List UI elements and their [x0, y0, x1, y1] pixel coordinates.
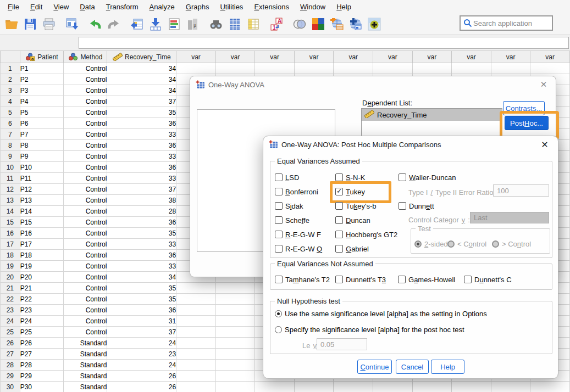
find-icon[interactable] — [208, 15, 224, 33]
empty-cell[interactable] — [294, 63, 334, 74]
cell-editor-input[interactable] — [79, 37, 569, 49]
empty-cell[interactable] — [176, 283, 216, 294]
radio-selected[interactable] — [414, 240, 422, 248]
cell[interactable]: 36 — [107, 140, 176, 151]
cell[interactable]: 36 — [107, 305, 176, 316]
checkbox-tamhane-s-t2[interactable]: Tamhane's T2 — [275, 275, 330, 284]
row-number[interactable]: 17 — [1, 239, 20, 250]
menu-item-help[interactable]: Help — [331, 2, 357, 12]
empty-cell[interactable] — [176, 382, 216, 392]
radio--control[interactable]: < Control — [447, 240, 486, 248]
empty-cell[interactable] — [176, 305, 216, 316]
empty-cell[interactable] — [491, 63, 530, 74]
cell[interactable]: 26 — [107, 371, 176, 382]
cell[interactable]: 36 — [107, 217, 176, 228]
cell[interactable]: Control — [64, 250, 107, 261]
column-header-var[interactable]: var — [412, 51, 452, 63]
cell[interactable]: P9 — [20, 151, 64, 162]
column-header-recovery_time[interactable]: Recovery_Time — [107, 51, 176, 63]
column-header-var[interactable]: var — [176, 51, 216, 63]
row-number[interactable]: 8 — [1, 140, 20, 151]
empty-cell[interactable] — [215, 327, 255, 338]
cell[interactable]: 33 — [107, 239, 176, 250]
checkbox-tukey[interactable]: Tukey — [335, 187, 365, 197]
show-all-variables-icon[interactable] — [310, 15, 326, 33]
level-input[interactable]: 0.05 — [317, 338, 367, 350]
row-number[interactable]: 26 — [1, 338, 20, 349]
menu-item-transform[interactable]: Transform — [101, 2, 144, 12]
weight-cases-icon[interactable] — [245, 15, 262, 33]
cell[interactable]: P12 — [20, 184, 64, 195]
row-number[interactable]: 25 — [1, 327, 20, 338]
column-header-var[interactable]: var — [255, 51, 295, 63]
cell[interactable]: 36 — [107, 118, 176, 129]
empty-cell[interactable] — [176, 349, 216, 360]
cell[interactable]: Control — [64, 272, 107, 283]
row-number[interactable]: 6 — [1, 118, 20, 129]
cell[interactable]: 26 — [107, 382, 176, 392]
empty-cell[interactable] — [215, 349, 255, 360]
row-number[interactable]: 20 — [1, 272, 20, 283]
checkbox-scheffe[interactable]: Scheffe — [275, 215, 309, 225]
use-same-alpha-radio[interactable]: Use the same significance level [alpha] … — [275, 310, 487, 318]
cancel-button[interactable]: Cancel — [396, 360, 429, 374]
cell[interactable]: P22 — [20, 294, 64, 305]
checkbox-unchecked[interactable] — [335, 276, 343, 283]
cell[interactable]: 33 — [107, 129, 176, 140]
cell[interactable]: 33 — [107, 261, 176, 272]
row-number[interactable]: 29 — [1, 371, 20, 382]
column-header-var[interactable]: var — [491, 51, 530, 63]
cell[interactable]: Control — [64, 217, 107, 228]
row-number[interactable]: 19 — [1, 261, 20, 272]
row-number[interactable]: 21 — [1, 283, 20, 294]
checkbox-checked[interactable] — [335, 188, 343, 195]
checkbox-unchecked[interactable] — [275, 202, 283, 210]
column-header-var[interactable]: var — [452, 51, 491, 63]
row-number[interactable]: 7 — [1, 129, 20, 140]
cell[interactable]: Control — [64, 261, 107, 272]
checkbox-unchecked[interactable] — [464, 276, 472, 283]
menu-item-file[interactable]: File — [2, 2, 25, 12]
checkbox-duncan[interactable]: Duncan — [335, 215, 370, 225]
empty-cell[interactable] — [176, 338, 216, 349]
cell[interactable]: 34 — [107, 74, 176, 85]
cell[interactable]: 37 — [107, 96, 176, 107]
cell[interactable]: Control — [64, 305, 107, 316]
cell[interactable]: Control — [64, 107, 107, 118]
value-labels-icon[interactable]: A1 — [268, 15, 285, 33]
column-header-var[interactable]: var — [334, 51, 373, 63]
cell[interactable]: P26 — [20, 338, 64, 349]
column-header-var[interactable]: var — [530, 51, 570, 63]
contrasts-button[interactable]: Contrasts... — [503, 101, 545, 115]
row-number[interactable]: 16 — [1, 228, 20, 239]
cell[interactable]: Control — [64, 195, 107, 206]
save-icon[interactable] — [22, 15, 38, 33]
row-number[interactable]: 22 — [1, 294, 20, 305]
variables-icon[interactable] — [166, 15, 182, 33]
cell[interactable]: P1 — [20, 63, 64, 74]
cell[interactable]: 24 — [107, 360, 176, 371]
cell[interactable]: P18 — [20, 250, 64, 261]
empty-cell[interactable] — [215, 371, 255, 382]
cell[interactable]: Control — [64, 316, 107, 327]
cell[interactable]: P7 — [20, 129, 64, 140]
close-icon[interactable]: ✕ — [538, 80, 549, 89]
empty-cell[interactable] — [491, 382, 530, 392]
cell[interactable]: 35 — [107, 228, 176, 239]
checkbox-dunnett[interactable]: Dunnett — [399, 201, 434, 211]
menu-item-analyze[interactable]: Analyze — [144, 2, 180, 12]
empty-cell[interactable] — [215, 294, 255, 305]
cell[interactable]: P29 — [20, 371, 64, 382]
checkbox-tukey-s-b[interactable]: Tukey's-b — [335, 201, 376, 211]
checkbox-unchecked[interactable] — [399, 202, 406, 210]
help-button[interactable]: Help — [431, 360, 464, 374]
cell[interactable]: P8 — [20, 140, 64, 151]
empty-cell[interactable] — [215, 360, 255, 371]
empty-cell[interactable] — [334, 63, 373, 74]
cell[interactable]: Control — [64, 206, 107, 217]
cell[interactable]: Control — [64, 294, 107, 305]
empty-cell[interactable] — [452, 63, 491, 74]
row-number[interactable]: 18 — [1, 250, 20, 261]
row-number[interactable]: 2 — [1, 74, 20, 85]
cell[interactable]: P23 — [20, 305, 64, 316]
